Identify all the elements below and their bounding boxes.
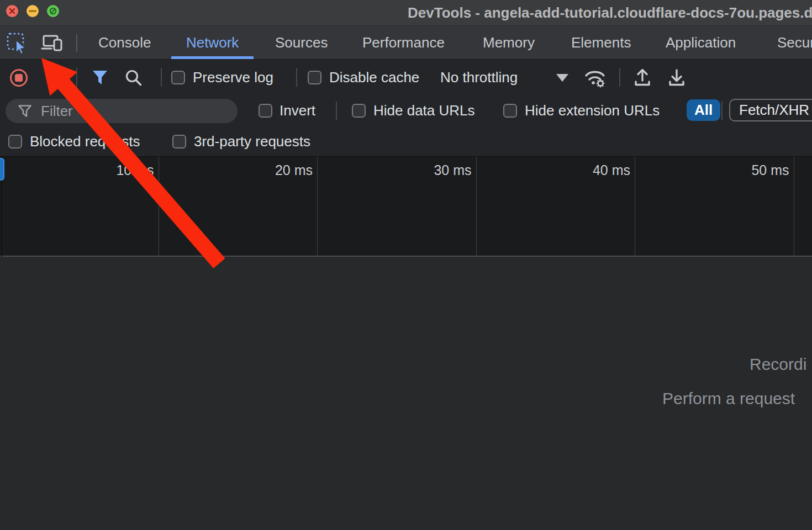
tab-label: Memory [483, 34, 535, 51]
import-har-button[interactable] [632, 67, 653, 90]
preserve-log-checkbox[interactable]: Preserve log [171, 60, 273, 95]
funnel-outline-icon [18, 104, 32, 118]
network-filter-row: Invert Hide data URLs Hide extension URL… [0, 94, 812, 127]
checkbox-label: Hide data URLs [373, 102, 475, 119]
stop-recording-button[interactable] [10, 69, 28, 87]
checkbox-box [172, 135, 186, 149]
toolbar-separator [161, 68, 162, 87]
timeline-tick-label: 40 ms [593, 162, 630, 178]
request-type-all-chip[interactable]: All [687, 99, 720, 121]
invert-checkbox[interactable]: Invert [259, 94, 315, 127]
throttling-value: No throttling [440, 69, 518, 86]
chevron-down-icon [556, 74, 568, 82]
zoom-window-icon[interactable] [47, 5, 59, 17]
timeline-tick-label: 20 ms [275, 162, 313, 178]
checkbox-box [308, 71, 321, 84]
search-icon [124, 68, 144, 88]
toolbar-separator [619, 68, 620, 87]
timeline-tick-label: 10 ms [116, 162, 154, 178]
checkbox-label: Invert [280, 102, 315, 119]
hide-extension-urls-checkbox[interactable]: Hide extension URLs [503, 94, 660, 127]
upload-icon [632, 67, 653, 88]
tabbar-separator [76, 34, 77, 52]
filter-field[interactable] [6, 99, 238, 123]
search-button[interactable] [124, 68, 144, 90]
timeline-column: 40 ms [477, 157, 636, 256]
close-window-icon[interactable] [6, 5, 18, 17]
tab-console[interactable]: Console [83, 26, 166, 59]
timeline-tick-label: 50 ms [751, 162, 789, 178]
checkbox-box [8, 135, 22, 149]
overview-edge-line [1, 181, 2, 257]
network-conditions-button[interactable] [582, 66, 610, 92]
toolbar-separator [76, 68, 77, 87]
tab-label: Application [666, 34, 736, 51]
export-har-button[interactable] [666, 67, 687, 90]
timeline-column: 30 ms [318, 157, 477, 256]
inspect-element-button[interactable] [6, 31, 29, 55]
tab-application[interactable]: Application [651, 26, 751, 59]
timeline-column: 20 ms [159, 157, 318, 256]
filter-input[interactable] [40, 102, 219, 120]
device-toolbar-icon [41, 32, 64, 54]
toolbar-separator [721, 102, 723, 120]
checkbox-label: Disable cache [329, 69, 419, 86]
checkbox-label: 3rd-party requests [194, 133, 310, 150]
tab-label: Network [186, 34, 239, 51]
throttling-dropdown[interactable]: No throttling [440, 60, 518, 95]
window-titlebar: DevTools - angela-add-tutorial.cloudflar… [0, 0, 812, 25]
empty-state-line2: Perform a request [662, 389, 795, 408]
download-icon [666, 67, 687, 88]
toggle-device-toolbar-button[interactable] [41, 31, 64, 55]
checkbox-label: Blocked requests [30, 133, 140, 150]
tab-label: Security [777, 34, 812, 51]
clear-network-log-button[interactable] [46, 70, 64, 87]
timeline-column: 10 ms [0, 157, 159, 256]
tab-label: Performance [362, 34, 445, 51]
inspect-cursor-icon [6, 31, 29, 55]
network-toolbar: Preserve log Disable cache No throttling [0, 59, 812, 94]
devtools-tabbar: Console Network Sources Performance Memo… [0, 25, 812, 59]
overview-selection-handle [0, 158, 4, 181]
hide-data-urls-checkbox[interactable]: Hide data URLs [352, 94, 475, 127]
tab-sources[interactable]: Sources [260, 26, 342, 59]
disable-cache-checkbox[interactable]: Disable cache [308, 60, 419, 95]
checkbox-box [352, 104, 366, 118]
network-options-row: Blocked requests 3rd-party requests [0, 127, 812, 156]
tab-security[interactable]: Security [762, 26, 812, 59]
toolbar-separator [336, 102, 337, 120]
tab-label: Sources [275, 34, 328, 51]
tab-memory[interactable]: Memory [468, 26, 550, 59]
window-title: DevTools - angela-add-tutorial.cloudflar… [408, 4, 812, 22]
blocked-requests-checkbox[interactable]: Blocked requests [8, 127, 140, 156]
tab-elements[interactable]: Elements [556, 26, 646, 59]
tab-network[interactable]: Network [171, 26, 254, 59]
funnel-icon [92, 69, 108, 86]
checkbox-label: Hide extension URLs [525, 102, 660, 119]
third-party-requests-checkbox[interactable]: 3rd-party requests [172, 127, 310, 156]
timeline-tick-label: 30 ms [434, 162, 471, 178]
checkbox-label: Preserve log [193, 69, 273, 86]
request-type-fetch-xhr-chip[interactable]: Fetch/XHR [729, 99, 812, 121]
toolbar-separator [296, 68, 297, 87]
wifi-gear-icon [582, 66, 610, 89]
empty-state-line1: Recordi [750, 355, 806, 374]
checkbox-box [259, 104, 272, 118]
filter-toggle-button[interactable] [92, 69, 108, 88]
network-overview-timeline[interactable]: 10 ms 20 ms 30 ms 40 ms 50 ms [0, 156, 812, 257]
tab-label: Console [98, 34, 151, 51]
tab-label: Elements [571, 34, 631, 51]
timeline-column: 50 ms [635, 157, 794, 256]
checkbox-box [171, 71, 185, 84]
minimize-window-icon[interactable] [27, 5, 39, 17]
checkbox-box [503, 104, 517, 118]
network-request-panel: Recordi Perform a request [0, 257, 812, 530]
tab-performance[interactable]: Performance [347, 26, 460, 59]
